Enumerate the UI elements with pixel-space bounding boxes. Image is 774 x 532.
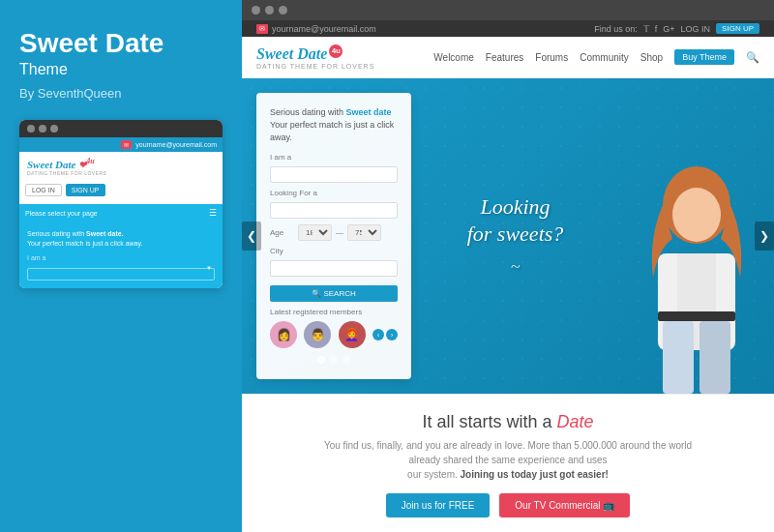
mini-browser-bar [19, 120, 223, 137]
mini-logo-tagline: DATING THEME FOR LOVERS [27, 170, 106, 176]
mini-email-text: yourname@youremail.com [135, 141, 217, 148]
top-bar: ✉ yourname@youremail.com Find us on: 𝕋 f… [242, 20, 774, 37]
google-icon: G+ [663, 24, 674, 34]
city-select[interactable] [270, 260, 398, 277]
bottom-title: It all starts with a Date [261, 412, 755, 432]
nav-logo: Sweet Date4u DATING THEME FOR LOVERS [256, 44, 374, 70]
mini-signup-button[interactable]: SIGN UP [66, 184, 105, 196]
mini-email-icon: ✉ [121, 140, 132, 149]
iam-field-group: I am a [270, 153, 398, 183]
top-bar-right: Find us on: 𝕋 f G+ LOG IN SIGN UP [594, 23, 759, 34]
website-area: ✉ yourname@youremail.com Find us on: 𝕋 f… [242, 20, 774, 532]
nav-welcome[interactable]: Welcome [433, 52, 474, 63]
looking-for-field-group: Looking For a [270, 189, 398, 219]
looking-for-select[interactable] [270, 202, 398, 219]
top-signup-button[interactable]: SIGN UP [716, 23, 759, 34]
mini-select-label: Please select your page [25, 210, 98, 217]
member-avatar-2[interactable]: 👨 [304, 321, 331, 348]
svg-rect-6 [700, 321, 730, 394]
bottom-buttons: Join us for FREE Our TV Commercial 📺 [261, 493, 755, 517]
mini-dot-1 [27, 125, 35, 133]
heart-icon: ❤ [78, 160, 86, 170]
chrome-dot-3 [279, 6, 287, 15]
facebook-icon: f [655, 24, 658, 34]
members-row: 👩 👨 👩‍🦰 ‹ › [270, 321, 398, 348]
top-login-button[interactable]: LOG IN [681, 24, 711, 34]
brand-author: By SeventhQueen [19, 86, 223, 101]
mini-iam-wrapper: I am a ▼ [27, 254, 215, 281]
mini-browser-mockup: ✉ yourname@youremail.com Sweet Date ❤4u … [19, 120, 223, 288]
search-box: Serious dating with Sweet date Your perf… [256, 93, 411, 379]
top-bar-left: ✉ yourname@youremail.com [256, 24, 376, 34]
brand-subtitle: Theme [19, 61, 223, 78]
members-label: Latest registered members [270, 308, 398, 316]
mini-iam-select[interactable] [27, 268, 215, 281]
member-avatar-1[interactable]: 👩 [270, 321, 297, 348]
bottom-section-inner: It all starts with a Date You find us, f… [261, 412, 755, 517]
bottom-desc: You find us, finally, and you are alread… [314, 438, 701, 482]
woman-svg [629, 162, 764, 394]
browser-chrome [242, 0, 774, 20]
hero-next-arrow[interactable]: ❯ [755, 222, 774, 251]
twitter-icon: 𝕋 [643, 24, 649, 34]
mini-body-text: Serious dating with Sweet date. Your per… [27, 229, 215, 249]
svg-point-1 [672, 188, 721, 242]
nav-forums[interactable]: Forums [535, 52, 568, 63]
bottom-section: It all starts with a Date You find us, f… [242, 394, 774, 532]
svg-rect-5 [663, 321, 694, 394]
mini-buttons-area: LOG IN SIGN UP [19, 184, 223, 200]
hero-woman-image [619, 78, 774, 394]
age-row: Age 18 — 75 [270, 224, 398, 241]
nav-community[interactable]: Community [580, 52, 629, 63]
search-button[interactable]: 🔍 SEARCH [270, 285, 398, 302]
members-prev-button[interactable]: ‹ [372, 329, 384, 340]
mini-body: Serious dating with Sweet date. Your per… [19, 222, 223, 288]
chrome-dot-2 [265, 6, 274, 15]
search-box-title: Serious dating with Sweet date Your perf… [270, 106, 398, 143]
top-bar-email: yourname@youremail.com [272, 24, 376, 34]
hero-slider-dots [270, 356, 398, 364]
svg-rect-4 [658, 311, 735, 321]
mini-chevron-icon: ☰ [209, 208, 217, 218]
chrome-dot-1 [252, 6, 260, 15]
nav-heart-badge: 4u [329, 44, 342, 58]
mini-select-bar[interactable]: Please select your page ☰ [19, 204, 223, 222]
mini-logo-area: Sweet Date ❤4u DATING THEME FOR LOVERS [19, 152, 223, 181]
hero-prev-arrow[interactable]: ❮ [242, 222, 261, 251]
tv-commercial-button[interactable]: Our TV Commercial 📺 [499, 493, 630, 517]
right-panel: ✉ yourname@youremail.com Find us on: 𝕋 f… [242, 0, 774, 532]
find-us-label: Find us on: [594, 24, 638, 34]
mini-logo: Sweet Date ❤4u [27, 158, 106, 171]
mini-top-bar: ✉ yourname@youremail.com [19, 137, 223, 152]
brand-title: Sweet Date [19, 29, 223, 59]
hero-tagline: Lookingfor sweets? ~ [467, 193, 564, 280]
slider-dot-1[interactable] [317, 356, 325, 364]
mini-dot-3 [50, 125, 58, 133]
hero-content: Lookingfor sweets? ~ [411, 78, 619, 394]
nav-links: Welcome Features Forums Community Shop B… [433, 49, 759, 65]
city-field-group: City [270, 247, 398, 277]
member-avatar-3[interactable]: 👩‍🦰 [339, 321, 366, 348]
hero-section: ❮ Serious dating with Sweet date Your pe… [242, 78, 774, 394]
members-next-button[interactable]: › [386, 329, 398, 340]
slider-dot-3[interactable] [342, 356, 350, 364]
age-to-select[interactable]: 75 [347, 224, 381, 241]
nav-shop[interactable]: Shop [640, 52, 663, 63]
email-icon: ✉ [256, 24, 268, 34]
nav-logo-tagline: DATING THEME FOR LOVERS [256, 63, 374, 70]
nav-bar: Sweet Date4u DATING THEME FOR LOVERS Wel… [242, 37, 774, 78]
nav-features[interactable]: Features [486, 52, 523, 63]
mini-login-button[interactable]: LOG IN [25, 184, 62, 196]
iam-select[interactable] [270, 166, 398, 183]
members-nav: ‹ › [372, 329, 398, 340]
nav-search-icon[interactable]: 🔍 [746, 51, 759, 64]
age-from-select[interactable]: 18 [298, 224, 332, 241]
join-free-button[interactable]: Join us for FREE [386, 493, 491, 517]
mini-dot-2 [39, 125, 46, 133]
left-panel: Sweet Date Theme By SeventhQueen ✉ yourn… [0, 0, 242, 532]
slider-dot-2[interactable] [330, 356, 338, 364]
nav-buy-theme-button[interactable]: Buy Theme [674, 49, 734, 65]
